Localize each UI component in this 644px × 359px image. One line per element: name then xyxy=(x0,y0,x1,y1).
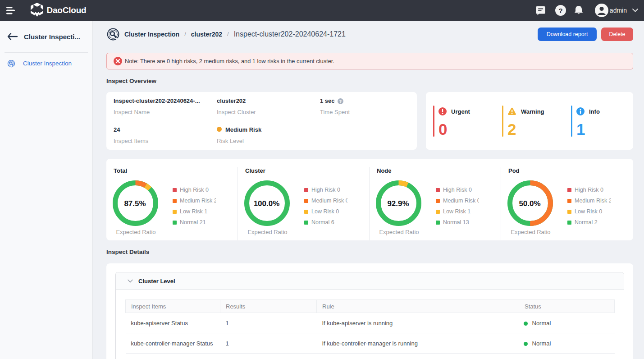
svg-text:?: ? xyxy=(339,98,342,103)
svg-text:?: ? xyxy=(558,7,562,14)
